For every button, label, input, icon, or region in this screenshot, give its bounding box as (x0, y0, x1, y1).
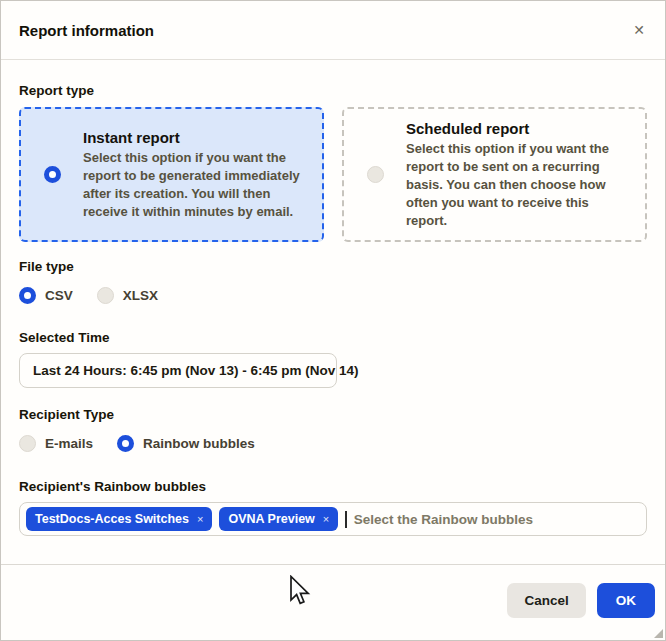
chip-testdocs-acces-switches[interactable]: TestDocs-Acces Switches × (26, 507, 212, 531)
instant-report-radio-wrap (21, 166, 83, 183)
dialog-title: Report information (19, 22, 154, 39)
xlsx-radio[interactable] (97, 287, 114, 304)
cancel-button[interactable]: Cancel (507, 583, 585, 618)
scheduled-report-radio[interactable] (367, 166, 384, 183)
emails-label: E-mails (45, 436, 93, 451)
dialog-body: Report type Instant report Select this o… (1, 83, 665, 536)
text-caret (345, 511, 347, 528)
recipient-type-option-emails[interactable]: E-mails (19, 435, 93, 452)
resize-handle-icon (654, 629, 663, 638)
selected-time-value: Last 24 Hours: 6:45 pm (Nov 13) - 6:45 p… (33, 363, 359, 378)
instant-report-description: Select this option if you want the repor… (83, 149, 302, 221)
scheduled-report-text: Scheduled report Select this option if y… (406, 120, 631, 230)
recipient-type-label: Recipient Type (19, 407, 647, 422)
close-icon[interactable]: ✕ (633, 23, 645, 37)
scheduled-report-radio-wrap (344, 166, 406, 183)
rainbow-bubbles-label: Rainbow bubbles (143, 436, 255, 451)
scheduled-report-card[interactable]: Scheduled report Select this option if y… (342, 107, 647, 242)
instant-report-card[interactable]: Instant report Select this option if you… (19, 107, 324, 242)
instant-report-title: Instant report (83, 129, 302, 146)
selected-time-field[interactable]: Last 24 Hours: 6:45 pm (Nov 13) - 6:45 p… (19, 353, 337, 388)
report-type-cards: Instant report Select this option if you… (19, 107, 647, 242)
chip-remove-icon[interactable]: × (197, 513, 203, 525)
input-placeholder: Select the Rainbow bubbles (354, 512, 533, 527)
selected-time-label: Selected Time (19, 330, 647, 345)
csv-radio[interactable] (19, 287, 36, 304)
recipient-type-options: E-mails Rainbow bubbles (19, 435, 647, 452)
instant-report-text: Instant report Select this option if you… (83, 129, 308, 221)
recipient-type-option-rainbow-bubbles[interactable]: Rainbow bubbles (117, 435, 255, 452)
csv-label: CSV (45, 288, 73, 303)
chip-ovna-preview[interactable]: OVNA Preview × (219, 507, 338, 531)
scheduled-report-title: Scheduled report (406, 120, 625, 137)
scheduled-report-description: Select this option if you want the repor… (406, 140, 625, 230)
file-type-label: File type (19, 259, 647, 274)
ok-button[interactable]: OK (597, 583, 655, 618)
file-type-options: CSV XLSX (19, 287, 647, 304)
report-type-label: Report type (19, 83, 647, 98)
dialog-header: Report information ✕ (1, 1, 665, 60)
file-type-option-csv[interactable]: CSV (19, 287, 73, 304)
chip-remove-icon[interactable]: × (323, 513, 329, 525)
dialog-footer: Cancel OK (1, 564, 665, 640)
emails-radio[interactable] (19, 435, 36, 452)
chip-label: TestDocs-Acces Switches (35, 512, 189, 526)
recipients-label: Recipient's Rainbow bubbles (19, 479, 647, 494)
instant-report-radio[interactable] (44, 166, 61, 183)
xlsx-label: XLSX (123, 288, 158, 303)
chip-label: OVNA Preview (228, 512, 314, 526)
rainbow-bubbles-select-input[interactable]: TestDocs-Acces Switches × OVNA Preview ×… (19, 502, 647, 536)
rainbow-bubbles-radio[interactable] (117, 435, 134, 452)
report-information-dialog: Report information ✕ Report type Instant… (0, 0, 666, 641)
file-type-option-xlsx[interactable]: XLSX (97, 287, 158, 304)
